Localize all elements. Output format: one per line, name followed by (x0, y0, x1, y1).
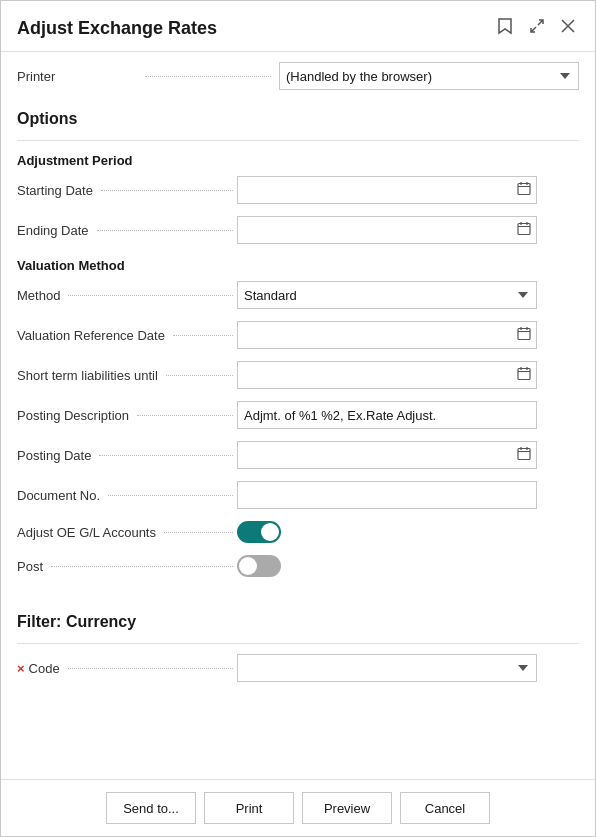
dialog-body: Printer (Handled by the browser) Options… (1, 52, 595, 779)
posting-date-input[interactable] (237, 441, 537, 469)
expand-button[interactable] (525, 16, 549, 40)
adjust-oe-label: Adjust OE G/L Accounts (17, 525, 237, 540)
document-no-row: Document No. (17, 475, 579, 515)
method-select[interactable]: Standard BilMoG (Germany) Custom (237, 281, 537, 309)
post-control (237, 555, 537, 577)
header-icons (493, 15, 579, 41)
ending-date-input-wrapper (237, 216, 537, 244)
valuation-reference-date-row: Valuation Reference Date (17, 315, 579, 355)
valuation-reference-date-input[interactable] (237, 321, 537, 349)
valuation-reference-date-control (237, 321, 537, 349)
starting-date-input[interactable] (237, 176, 537, 204)
adjust-oe-row: Adjust OE G/L Accounts (17, 515, 579, 549)
ending-date-dots (97, 230, 233, 231)
valuation-reference-date-label: Valuation Reference Date (17, 328, 237, 343)
short-term-liabilities-label: Short term liabilities until (17, 368, 237, 383)
starting-date-label: Starting Date (17, 183, 237, 198)
adjust-oe-control (237, 521, 537, 543)
printer-select[interactable]: (Handled by the browser) (279, 62, 579, 90)
dialog-container: Adjust Exchange Rates (0, 0, 596, 837)
filter-currency-title: Filter: Currency (17, 599, 579, 635)
posting-description-input[interactable] (237, 401, 537, 429)
close-icon (561, 19, 575, 37)
valuation-reference-date-dots (173, 335, 233, 336)
short-term-liabilities-dots (166, 375, 233, 376)
adjust-oe-toggle[interactable] (237, 521, 281, 543)
posting-date-row: Posting Date (17, 435, 579, 475)
cancel-button[interactable]: Cancel (400, 792, 490, 824)
filter-x-icon: × (17, 661, 25, 676)
starting-date-dots (101, 190, 233, 191)
spacer (17, 583, 579, 599)
post-knob (239, 557, 257, 575)
valuation-method-label: Valuation Method (17, 250, 579, 275)
ending-date-label: Ending Date (17, 223, 237, 238)
post-label: Post (17, 559, 237, 574)
code-dots (68, 668, 233, 669)
printer-label: Printer (17, 69, 137, 84)
filter-currency-divider (17, 643, 579, 644)
dialog-footer: Send to... Print Preview Cancel (1, 779, 595, 836)
short-term-liabilities-row: Short term liabilities until (17, 355, 579, 395)
bookmark-button[interactable] (493, 15, 517, 41)
posting-date-dots (99, 455, 233, 456)
method-row: Method Standard BilMoG (Germany) Custom (17, 275, 579, 315)
document-no-dots (108, 495, 233, 496)
printer-select-wrapper: (Handled by the browser) (279, 62, 579, 90)
bottom-padding (17, 688, 579, 708)
adjustment-period-label: Adjustment Period (17, 145, 579, 170)
code-label: × Code (17, 661, 237, 676)
method-dots (68, 295, 233, 296)
ending-date-control (237, 216, 537, 244)
adjust-oe-slider (237, 521, 281, 543)
printer-row: Printer (Handled by the browser) (17, 52, 579, 96)
ending-date-input[interactable] (237, 216, 537, 244)
dialog-title: Adjust Exchange Rates (17, 18, 217, 39)
posting-date-control (237, 441, 537, 469)
document-no-input[interactable] (237, 481, 537, 509)
method-control: Standard BilMoG (Germany) Custom (237, 281, 537, 309)
code-select[interactable] (237, 654, 537, 682)
document-no-label: Document No. (17, 488, 237, 503)
adjust-oe-knob (261, 523, 279, 541)
posting-description-control (237, 401, 537, 429)
short-term-liabilities-input-wrapper (237, 361, 537, 389)
posting-description-label: Posting Description (17, 408, 237, 423)
short-term-liabilities-input[interactable] (237, 361, 537, 389)
post-row: Post (17, 549, 579, 583)
posting-description-row: Posting Description (17, 395, 579, 435)
send-to-button[interactable]: Send to... (106, 792, 196, 824)
adjust-oe-dots (164, 532, 233, 533)
short-term-liabilities-control (237, 361, 537, 389)
method-label: Method (17, 288, 237, 303)
posting-description-dots (137, 415, 233, 416)
posting-date-label: Posting Date (17, 448, 237, 463)
print-button[interactable]: Print (204, 792, 294, 824)
post-slider (237, 555, 281, 577)
preview-button[interactable]: Preview (302, 792, 392, 824)
options-section-title: Options (17, 96, 579, 132)
ending-date-row: Ending Date (17, 210, 579, 250)
close-button[interactable] (557, 17, 579, 39)
posting-date-input-wrapper (237, 441, 537, 469)
code-row: × Code (17, 648, 579, 688)
post-dots (51, 566, 233, 567)
post-toggle[interactable] (237, 555, 281, 577)
starting-date-input-wrapper (237, 176, 537, 204)
dialog-header: Adjust Exchange Rates (1, 1, 595, 52)
starting-date-control (237, 176, 537, 204)
starting-date-row: Starting Date (17, 170, 579, 210)
valuation-reference-date-input-wrapper (237, 321, 537, 349)
options-divider (17, 140, 579, 141)
expand-icon (529, 18, 545, 38)
document-no-control (237, 481, 537, 509)
code-control (237, 654, 537, 682)
bookmark-icon (497, 17, 513, 39)
printer-dotted-line (145, 76, 271, 77)
